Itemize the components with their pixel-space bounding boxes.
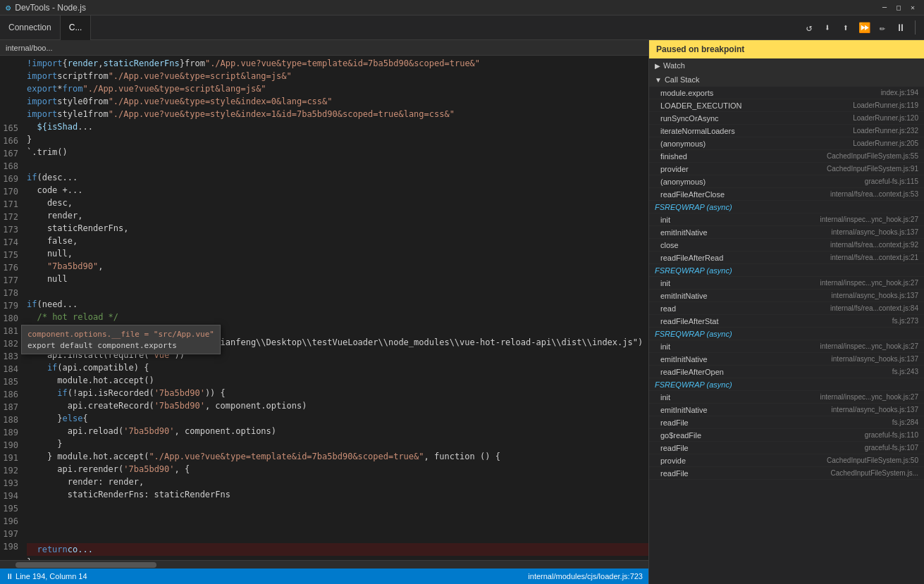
- code-line-179: if (need...: [27, 298, 648, 311]
- tab-c[interactable]: C...: [61, 15, 92, 40]
- callstack-row-18[interactable]: emitInitNativeinternal/async_hooks.js:13…: [649, 353, 924, 366]
- callstack-row-15[interactable]: readinternal/fs/rea...context.js:84: [649, 302, 924, 315]
- code-line-190: }: [27, 437, 648, 450]
- edit-icon[interactable]: ✏: [875, 20, 889, 35]
- window-controls: ─ □ ✕: [879, 2, 918, 13]
- callstack-row-16[interactable]: readFileAfterStatfs.js:273: [649, 315, 924, 328]
- step-into-icon[interactable]: ⬆: [839, 20, 853, 35]
- tab-c-label: C...: [69, 23, 82, 32]
- code-line-167: `.trim(): [27, 146, 648, 159]
- code-line-script: import script from "./App.vue?vue&type=s…: [27, 70, 648, 82]
- callstack-chevron: ▼: [655, 76, 662, 84]
- code-line-173: staticRenderFns,: [27, 222, 648, 235]
- callstack-row-22[interactable]: readFilefs.js:284: [649, 416, 924, 429]
- inline-tooltip: component.options.__file = "src/App.vue"…: [21, 325, 221, 354]
- debug-sections[interactable]: ▶ Watch ▼ Call Stack module.exportsindex…: [649, 58, 924, 584]
- callstack-row-4[interactable]: (anonymous)LoaderRunner.js:205: [649, 137, 924, 150]
- code-line-184: if (api.compatible) {: [27, 361, 648, 374]
- code-line-193: render: render,: [27, 476, 648, 488]
- app-title: DevTools - Node.js: [15, 3, 86, 13]
- code-text-area[interactable]: ${isShad... } `.trim() if (desc... code …: [21, 120, 648, 560]
- code-line-166: }: [27, 133, 648, 146]
- pause-icon[interactable]: ⏸: [894, 20, 908, 35]
- callstack-row-13[interactable]: initinternal/inspec...ync_hook.js:27: [649, 277, 924, 290]
- callstack-row-9[interactable]: initinternal/inspec...ync_hook.js:27: [649, 213, 924, 226]
- callstack-row-23[interactable]: go$readFilegraceful-fs.js:110: [649, 429, 924, 442]
- watch-chevron: ▶: [655, 62, 660, 70]
- callstack-row-3[interactable]: iterateNormalLoadersLoaderRunner.js:232: [649, 125, 924, 137]
- resume-icon[interactable]: ↺: [802, 20, 816, 35]
- watch-section-header[interactable]: ▶ Watch: [649, 58, 924, 73]
- callstack-label: Call Stack: [665, 75, 700, 84]
- maximize-button[interactable]: □: [893, 2, 904, 13]
- callstack-row-7[interactable]: (anonymous)graceful-fs.js:115: [649, 175, 924, 188]
- code-line-196: }: [27, 556, 648, 560]
- callstack-row-21[interactable]: emitInitNativeinternal/async_hooks.js:13…: [649, 404, 924, 416]
- code-line-export: export * from "./App.vue?vue&type=script…: [27, 82, 648, 95]
- app-icon: ⚙: [6, 3, 11, 13]
- callstack-row-2[interactable]: runSyncOrAsyncLoaderRunner.js:120: [649, 112, 924, 125]
- breadcrumb: internal/boo...: [0, 40, 648, 56]
- code-import-line: !import { render , staticRenderFns } fro…: [27, 57, 648, 70]
- minimize-button[interactable]: ─: [879, 2, 890, 13]
- callstack-row-24[interactable]: readFilegraceful-fs.js:107: [649, 442, 924, 454]
- tab-connection[interactable]: Connection: [0, 15, 61, 40]
- step-over-icon[interactable]: ⬇: [820, 20, 834, 35]
- tab-connection-label: Connection: [8, 23, 51, 32]
- status-bar: ⏸ Line 194, Column 14 internal/modules/c…: [0, 569, 648, 584]
- code-line-174: false,: [27, 235, 648, 247]
- callstack-row-5[interactable]: finishedCachedInputFileSystem.js:55: [649, 150, 924, 163]
- callstack-row-10[interactable]: emitInitNativeinternal/async_hooks.js:13…: [649, 226, 924, 239]
- code-line-171: desc,: [27, 197, 648, 209]
- top-bar: ⚙ DevTools - Node.js ─ □ ✕: [0, 0, 924, 15]
- callstack-row-12[interactable]: readFileAfterReadinternal/fs/rea...conte…: [649, 251, 924, 264]
- editor-panel: internal/boo... !import { render , stati…: [0, 40, 649, 584]
- callstack-async-3[interactable]: FSREQWRAP (async): [649, 328, 924, 340]
- code-line-192: api.rerender('7ba5bd90', {: [27, 463, 648, 476]
- callstack-row-26[interactable]: readFileCachedInputFileSystem.js...: [649, 467, 924, 480]
- callstack-row-11[interactable]: closeinternal/fs/rea...context.js:92: [649, 239, 924, 251]
- code-line-168: [27, 159, 648, 171]
- debug-header: Paused on breakpoint: [649, 40, 924, 58]
- tooltip-line-1: component.options.__file = "src/App.vue": [27, 328, 214, 340]
- close-button[interactable]: ✕: [907, 2, 918, 13]
- code-line-169: if (desc...: [27, 171, 648, 184]
- code-line-194: staticRenderFns: staticRenderFns: [27, 488, 648, 501]
- code-line-170: code +...: [27, 184, 648, 197]
- step-out-icon[interactable]: ⏩: [857, 20, 871, 35]
- callstack-row-20[interactable]: initinternal/inspec...ync_hook.js:27: [649, 391, 924, 404]
- callstack-row-1[interactable]: LOADER_EXECUTIONLoaderRunner.js:119: [649, 99, 924, 112]
- callstack-row-19[interactable]: readFileAfterOpenfs.js:243: [649, 366, 924, 378]
- callstack-row-6[interactable]: providerCachedInputFileSystem.js:91: [649, 163, 924, 175]
- code-line-177: null: [27, 273, 648, 285]
- toolbar-icons: ↺ ⬇ ⬆ ⏩ ✏ ⏸: [796, 20, 924, 35]
- callstack-row-8[interactable]: readFileAfterCloseinternal/fs/rea...cont…: [649, 188, 924, 201]
- horizontal-scrollbar[interactable]: [0, 560, 648, 569]
- code-line-188: } else {: [27, 412, 648, 425]
- line-numbers: 1651661671681691701711721731741751761771…: [0, 120, 21, 560]
- code-line-178: [27, 285, 648, 298]
- callstack-async-2[interactable]: FSREQWRAP (async): [649, 264, 924, 277]
- code-line-195: return co...: [27, 543, 648, 556]
- callstack-row-0[interactable]: module.exportsindex.js:194: [649, 87, 924, 99]
- code-editor[interactable]: 1651661671681691701711721731741751761771…: [0, 120, 648, 560]
- code-line-186: if (!api.isRecorded('7ba5bd90')) {: [27, 387, 648, 399]
- callstack-async-1[interactable]: FSREQWRAP (async): [649, 201, 924, 213]
- callstack-row-17[interactable]: initinternal/inspec...ync_hook.js:27: [649, 340, 924, 353]
- code-line-style0: import style0 from "./App.vue?vue&type=s…: [27, 95, 648, 108]
- callstack-row-14[interactable]: emitInitNativeinternal/async_hooks.js:13…: [649, 290, 924, 302]
- callstack-async-4[interactable]: FSREQWRAP (async): [649, 378, 924, 391]
- code-line-189: api.reload('7ba5bd90', component.options…: [27, 425, 648, 437]
- status-right: internal/modules/cjs/loader.js:723: [528, 572, 643, 580]
- scroll-thumb[interactable]: [16, 562, 156, 568]
- code-line-style1: import style1 from "./App.vue?vue&type=s…: [27, 108, 648, 120]
- status-left: ⏸ Line 194, Column 14: [6, 572, 87, 580]
- code-line-185: module.hot.accept(): [27, 374, 648, 387]
- callstack-section-header[interactable]: ▼ Call Stack: [649, 73, 924, 87]
- code-line-191: } module.hot.accept("./App.vue?vue&type=…: [27, 450, 648, 463]
- code-line-165: ${isShad...: [27, 120, 648, 133]
- tooltip-line-2: export default component.exports: [27, 340, 214, 351]
- tab-bar: Connection C... ↺ ⬇ ⬆ ⏩ ✏ ⏸: [0, 15, 924, 40]
- main-area: internal/boo... !import { render , stati…: [0, 40, 924, 584]
- callstack-row-25[interactable]: provideCachedInputFileSystem.js:50: [649, 454, 924, 467]
